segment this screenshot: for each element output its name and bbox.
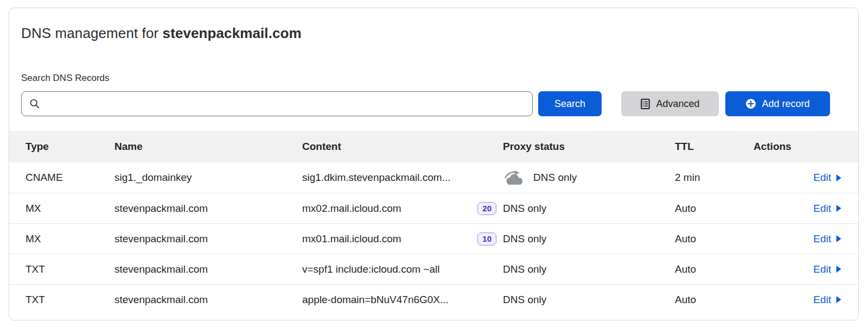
- priority-badge: 20: [477, 202, 496, 215]
- cell-type: CNAME: [25, 172, 114, 184]
- cell-content: sig1.dkim.stevenpackmail.com...: [302, 172, 503, 184]
- cell-content-text: v=spf1 include:icloud.com ~all: [302, 263, 439, 275]
- cell-type: TXT: [25, 294, 114, 306]
- edit-link[interactable]: Edit: [813, 263, 842, 275]
- page-title: DNS management for stevenpackmail.com: [21, 24, 830, 42]
- dns-management-card: DNS management for stevenpackmail.com Se…: [9, 8, 859, 320]
- column-header-ttl: TTL: [675, 141, 754, 153]
- cell-name: stevenpackmail.com: [114, 233, 302, 245]
- edit-link[interactable]: Edit: [813, 233, 842, 245]
- cell-proxy-text: DNS only: [503, 294, 546, 306]
- search-input[interactable]: [46, 98, 525, 110]
- page-title-prefix: DNS management for: [21, 25, 158, 41]
- search-box: [21, 91, 533, 116]
- cell-content-text: sig1.dkim.stevenpackmail.com...: [302, 172, 451, 184]
- edit-link[interactable]: Edit: [813, 172, 842, 184]
- column-header-type: Type: [25, 141, 114, 153]
- edit-link[interactable]: Edit: [813, 294, 842, 306]
- caret-right-icon: [835, 265, 842, 273]
- edit-label: Edit: [813, 172, 831, 184]
- cell-actions: Edit: [754, 294, 842, 306]
- cell-type: MX: [25, 203, 114, 215]
- edit-link[interactable]: Edit: [813, 203, 842, 215]
- cell-type: MX: [25, 233, 114, 245]
- cell-proxy-text: DNS only: [503, 203, 546, 215]
- cell-proxy-status: DNS only: [503, 203, 675, 215]
- column-header-proxy-status: Proxy status: [503, 141, 675, 153]
- cell-proxy-status: DNS only: [503, 263, 675, 275]
- cell-proxy-status: DNS only: [503, 233, 675, 245]
- cell-proxy-status: DNS only: [503, 170, 675, 185]
- cell-ttl: Auto: [675, 294, 754, 306]
- cell-ttl: Auto: [675, 263, 754, 275]
- cell-actions: Edit: [754, 203, 842, 215]
- search-label: Search DNS Records: [21, 72, 830, 84]
- edit-label: Edit: [813, 233, 831, 245]
- cell-ttl: Auto: [675, 233, 754, 245]
- caret-right-icon: [835, 204, 842, 212]
- column-header-name: Name: [114, 141, 302, 153]
- cell-actions: Edit: [754, 233, 842, 245]
- cell-actions: Edit: [754, 263, 842, 275]
- cell-name: sig1._domainkey: [114, 172, 302, 184]
- caret-right-icon: [835, 174, 842, 182]
- search-button[interactable]: Search: [538, 91, 602, 116]
- cell-proxy-text: DNS only: [503, 263, 546, 275]
- dns-table-body: CNAME sig1._domainkey sig1.dkim.stevenpa…: [9, 162, 858, 315]
- column-header-content: Content: [302, 141, 503, 153]
- advanced-button[interactable]: Advanced: [621, 91, 719, 116]
- edit-label: Edit: [813, 294, 831, 306]
- table-row: TXT stevenpackmail.com apple-domain=bNuV…: [9, 284, 858, 315]
- cloud-dns-only-icon: [503, 170, 526, 185]
- add-record-button-label: Add record: [762, 98, 809, 110]
- edit-label: Edit: [813, 203, 831, 215]
- dns-records-table: Type Name Content Proxy status TTL Actio…: [9, 131, 858, 315]
- cell-content: apple-domain=bNuV47n6G0X...: [302, 294, 503, 306]
- cell-proxy-status: DNS only: [503, 294, 675, 306]
- cell-name: stevenpackmail.com: [114, 203, 302, 215]
- search-icon: [29, 98, 40, 109]
- table-row: MX stevenpackmail.com mx02.mail.icloud.c…: [9, 193, 858, 223]
- table-row: TXT stevenpackmail.com v=spf1 include:ic…: [9, 254, 858, 284]
- search-button-label: Search: [554, 98, 585, 110]
- edit-label: Edit: [813, 263, 831, 275]
- caret-right-icon: [835, 295, 842, 304]
- add-record-button[interactable]: Add record: [725, 91, 830, 116]
- caret-right-icon: [835, 235, 842, 243]
- cell-content: mx01.mail.icloud.com 10: [302, 232, 503, 246]
- cell-content-text: apple-domain=bNuV47n6G0X...: [302, 294, 449, 306]
- plus-circle-icon: [745, 98, 756, 109]
- table-header-row: Type Name Content Proxy status TTL Actio…: [9, 131, 858, 162]
- table-row: MX stevenpackmail.com mx01.mail.icloud.c…: [9, 223, 858, 254]
- list-form-icon: [640, 98, 650, 110]
- cell-content-text: mx02.mail.icloud.com: [302, 203, 401, 215]
- advanced-button-label: Advanced: [656, 98, 699, 110]
- cell-name: stevenpackmail.com: [114, 263, 302, 275]
- cell-ttl: Auto: [675, 203, 754, 215]
- cell-proxy-text: DNS only: [503, 233, 546, 245]
- cell-content: v=spf1 include:icloud.com ~all: [302, 263, 503, 275]
- column-header-actions: Actions: [754, 141, 842, 153]
- cell-actions: Edit: [754, 172, 842, 184]
- cell-content-text: mx01.mail.icloud.com: [302, 233, 401, 245]
- page-title-domain: stevenpackmail.com: [163, 25, 302, 41]
- priority-badge: 10: [477, 232, 496, 246]
- table-row: CNAME sig1._domainkey sig1.dkim.stevenpa…: [9, 162, 858, 193]
- cell-type: TXT: [25, 263, 114, 275]
- cell-proxy-text: DNS only: [533, 172, 577, 184]
- cell-ttl: 2 min: [675, 172, 754, 184]
- cell-content: mx02.mail.icloud.com 20: [302, 202, 503, 215]
- cell-name: stevenpackmail.com: [114, 294, 302, 306]
- search-row: Search Advanced: [21, 91, 830, 116]
